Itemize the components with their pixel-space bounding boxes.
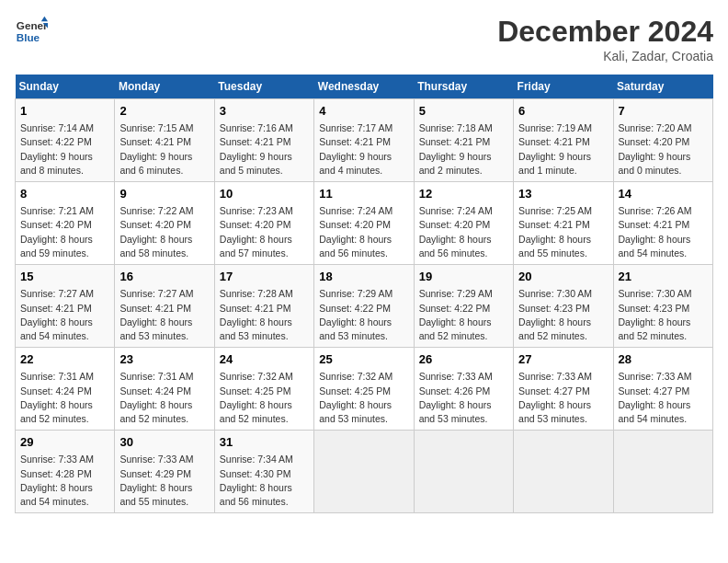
- col-header-saturday: Saturday: [613, 75, 712, 99]
- calendar-cell: [314, 431, 414, 513]
- calendar-cell: [414, 431, 513, 513]
- day-number: 6: [518, 103, 608, 120]
- col-header-monday: Monday: [115, 75, 214, 99]
- calendar-cell: [514, 431, 613, 513]
- day-number: 18: [319, 269, 408, 285]
- calendar-cell: 18Sunrise: 7:29 AMSunset: 4:22 PMDayligh…: [314, 265, 414, 348]
- cell-content: Sunrise: 7:16 AMSunset: 4:21 PMDaylight:…: [220, 121, 309, 178]
- cell-content: Sunrise: 7:32 AMSunset: 4:25 PMDaylight:…: [319, 370, 408, 426]
- cell-content: Sunrise: 7:28 AMSunset: 4:21 PMDaylight:…: [220, 287, 309, 343]
- location-subtitle: Kali, Zadar, Croatia: [497, 49, 713, 63]
- calendar-week-2: 8Sunrise: 7:21 AMSunset: 4:20 PMDaylight…: [16, 182, 713, 265]
- cell-content: Sunrise: 7:33 AMSunset: 4:29 PMDaylight:…: [119, 453, 209, 509]
- calendar-cell: 23Sunrise: 7:31 AMSunset: 4:24 PMDayligh…: [115, 348, 214, 431]
- day-number: 5: [419, 103, 508, 120]
- cell-content: Sunrise: 7:33 AMSunset: 4:27 PMDaylight:…: [619, 370, 708, 426]
- cell-content: Sunrise: 7:33 AMSunset: 4:27 PMDaylight:…: [518, 370, 608, 426]
- calendar-cell: 1Sunrise: 7:14 AMSunset: 4:22 PMDaylight…: [16, 99, 115, 182]
- cell-content: Sunrise: 7:27 AMSunset: 4:21 PMDaylight:…: [20, 287, 109, 343]
- day-number: 14: [619, 186, 708, 202]
- cell-content: Sunrise: 7:29 AMSunset: 4:22 PMDaylight:…: [419, 287, 508, 343]
- day-number: 15: [20, 269, 109, 285]
- svg-text:Blue: Blue: [17, 31, 40, 43]
- calendar-cell: 31Sunrise: 7:34 AMSunset: 4:30 PMDayligh…: [214, 431, 313, 513]
- calendar-cell: 11Sunrise: 7:24 AMSunset: 4:20 PMDayligh…: [314, 182, 414, 265]
- day-number: 10: [220, 186, 309, 202]
- cell-content: Sunrise: 7:17 AMSunset: 4:21 PMDaylight:…: [319, 121, 408, 178]
- title-block: December 2024 Kali, Zadar, Croatia: [497, 15, 713, 63]
- cell-content: Sunrise: 7:23 AMSunset: 4:20 PMDaylight:…: [220, 204, 309, 260]
- calendar-cell: 19Sunrise: 7:29 AMSunset: 4:22 PMDayligh…: [414, 265, 513, 348]
- calendar-week-4: 22Sunrise: 7:31 AMSunset: 4:24 PMDayligh…: [16, 348, 713, 431]
- calendar-week-3: 15Sunrise: 7:27 AMSunset: 4:21 PMDayligh…: [16, 265, 713, 348]
- day-number: 13: [518, 186, 608, 202]
- cell-content: Sunrise: 7:30 AMSunset: 4:23 PMDaylight:…: [518, 287, 608, 343]
- day-number: 27: [518, 351, 608, 368]
- calendar-cell: 20Sunrise: 7:30 AMSunset: 4:23 PMDayligh…: [514, 265, 613, 348]
- cell-content: Sunrise: 7:14 AMSunset: 4:22 PMDaylight:…: [20, 121, 109, 178]
- calendar-week-5: 29Sunrise: 7:33 AMSunset: 4:28 PMDayligh…: [16, 431, 713, 513]
- day-number: 23: [119, 351, 209, 368]
- day-number: 12: [419, 186, 508, 202]
- calendar-cell: 29Sunrise: 7:33 AMSunset: 4:28 PMDayligh…: [16, 431, 115, 513]
- day-number: 4: [319, 103, 408, 120]
- col-header-thursday: Thursday: [414, 75, 513, 99]
- day-number: 25: [319, 351, 408, 368]
- calendar-cell: 30Sunrise: 7:33 AMSunset: 4:29 PMDayligh…: [115, 431, 214, 513]
- cell-content: Sunrise: 7:34 AMSunset: 4:30 PMDaylight:…: [220, 453, 309, 509]
- calendar-cell: 15Sunrise: 7:27 AMSunset: 4:21 PMDayligh…: [16, 265, 115, 348]
- day-number: 2: [119, 103, 209, 120]
- calendar-cell: 5Sunrise: 7:18 AMSunset: 4:21 PMDaylight…: [414, 99, 513, 182]
- month-title: December 2024: [497, 15, 713, 49]
- calendar-cell: [613, 431, 712, 513]
- page-header: General Blue December 2024 Kali, Zadar, …: [15, 15, 713, 63]
- day-number: 26: [419, 351, 508, 368]
- cell-content: Sunrise: 7:31 AMSunset: 4:24 PMDaylight:…: [119, 370, 209, 426]
- cell-content: Sunrise: 7:26 AMSunset: 4:21 PMDaylight:…: [619, 204, 708, 260]
- day-number: 29: [20, 434, 109, 451]
- day-number: 16: [119, 269, 209, 285]
- col-header-tuesday: Tuesday: [214, 75, 313, 99]
- calendar-cell: 22Sunrise: 7:31 AMSunset: 4:24 PMDayligh…: [16, 348, 115, 431]
- calendar-cell: 9Sunrise: 7:22 AMSunset: 4:20 PMDaylight…: [115, 182, 214, 265]
- calendar-cell: 6Sunrise: 7:19 AMSunset: 4:21 PMDaylight…: [514, 99, 613, 182]
- calendar-header-row: SundayMondayTuesdayWednesdayThursdayFrid…: [16, 75, 713, 99]
- calendar-cell: 27Sunrise: 7:33 AMSunset: 4:27 PMDayligh…: [514, 348, 613, 431]
- cell-content: Sunrise: 7:20 AMSunset: 4:20 PMDaylight:…: [619, 121, 708, 178]
- day-number: 17: [220, 269, 309, 285]
- day-number: 19: [419, 269, 508, 285]
- cell-content: Sunrise: 7:19 AMSunset: 4:21 PMDaylight:…: [518, 121, 608, 178]
- cell-content: Sunrise: 7:33 AMSunset: 4:26 PMDaylight:…: [419, 370, 508, 426]
- calendar-cell: 12Sunrise: 7:24 AMSunset: 4:20 PMDayligh…: [414, 182, 513, 265]
- calendar-cell: 4Sunrise: 7:17 AMSunset: 4:21 PMDaylight…: [314, 99, 414, 182]
- day-number: 7: [619, 103, 708, 120]
- col-header-wednesday: Wednesday: [314, 75, 414, 99]
- logo-icon: General Blue: [15, 15, 48, 48]
- calendar-cell: 3Sunrise: 7:16 AMSunset: 4:21 PMDaylight…: [214, 99, 313, 182]
- col-header-friday: Friday: [514, 75, 613, 99]
- day-number: 30: [119, 434, 209, 451]
- cell-content: Sunrise: 7:32 AMSunset: 4:25 PMDaylight:…: [220, 370, 309, 426]
- day-number: 28: [619, 351, 708, 368]
- calendar-cell: 14Sunrise: 7:26 AMSunset: 4:21 PMDayligh…: [613, 182, 712, 265]
- calendar-body: 1Sunrise: 7:14 AMSunset: 4:22 PMDaylight…: [16, 99, 713, 513]
- calendar-cell: 10Sunrise: 7:23 AMSunset: 4:20 PMDayligh…: [214, 182, 313, 265]
- cell-content: Sunrise: 7:18 AMSunset: 4:21 PMDaylight:…: [419, 121, 508, 178]
- day-number: 21: [619, 269, 708, 285]
- calendar-cell: 26Sunrise: 7:33 AMSunset: 4:26 PMDayligh…: [414, 348, 513, 431]
- day-number: 9: [119, 186, 209, 202]
- calendar-cell: 21Sunrise: 7:30 AMSunset: 4:23 PMDayligh…: [613, 265, 712, 348]
- cell-content: Sunrise: 7:15 AMSunset: 4:21 PMDaylight:…: [119, 121, 209, 178]
- calendar-table: SundayMondayTuesdayWednesdayThursdayFrid…: [15, 75, 713, 513]
- calendar-cell: 24Sunrise: 7:32 AMSunset: 4:25 PMDayligh…: [214, 348, 313, 431]
- calendar-week-1: 1Sunrise: 7:14 AMSunset: 4:22 PMDaylight…: [16, 99, 713, 182]
- calendar-cell: 7Sunrise: 7:20 AMSunset: 4:20 PMDaylight…: [613, 99, 712, 182]
- day-number: 11: [319, 186, 408, 202]
- calendar-cell: 8Sunrise: 7:21 AMSunset: 4:20 PMDaylight…: [16, 182, 115, 265]
- cell-content: Sunrise: 7:33 AMSunset: 4:28 PMDaylight:…: [20, 453, 109, 509]
- cell-content: Sunrise: 7:27 AMSunset: 4:21 PMDaylight:…: [119, 287, 209, 343]
- cell-content: Sunrise: 7:30 AMSunset: 4:23 PMDaylight:…: [619, 287, 708, 343]
- cell-content: Sunrise: 7:29 AMSunset: 4:22 PMDaylight:…: [319, 287, 408, 343]
- col-header-sunday: Sunday: [16, 75, 115, 99]
- calendar-cell: 17Sunrise: 7:28 AMSunset: 4:21 PMDayligh…: [214, 265, 313, 348]
